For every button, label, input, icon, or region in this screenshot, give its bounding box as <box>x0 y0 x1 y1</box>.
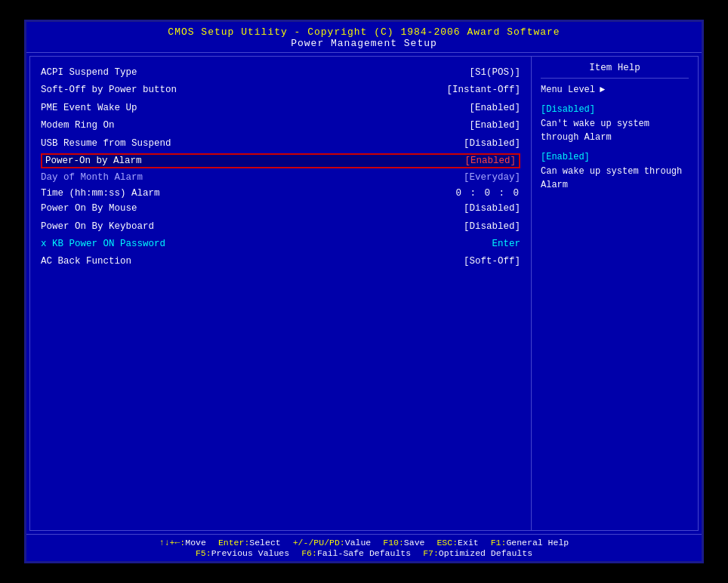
list-item[interactable]: Time (hh:mm:ss) Alarm 0 : 0 : 0 <box>41 187 520 200</box>
right-panel: Item Help Menu Level ► [Disabled] Can't … <box>532 57 698 530</box>
item-label: Power On By Keyboard <box>41 220 154 234</box>
help-block-enabled: [Enabled] Can wake up system through Ala… <box>541 152 689 192</box>
main-area: ACPI Suspend Type [S1(POS)] Soft-Off by … <box>29 56 699 531</box>
item-value: [S1(POS)] <box>469 66 520 80</box>
footer-failsafe: F6:Fail-Safe Defaults <box>301 548 411 558</box>
item-value: [Enabled] <box>469 119 520 133</box>
help-block-disabled: [Disabled] Can't wake up system through … <box>541 104 689 144</box>
footer-save: F10:Save <box>383 538 424 548</box>
bios-header: CMOS Setup Utility - Copyright (C) 1984-… <box>26 22 702 53</box>
item-help-title: Item Help <box>541 63 689 79</box>
list-item[interactable]: Day of Month Alarm [Everyday] <box>41 169 520 187</box>
item-label: x KB Power ON Password <box>41 237 165 251</box>
list-item[interactable]: PME Event Wake Up [Enabled] <box>41 100 520 117</box>
footer-move: ↑↓+←:Move <box>159 538 206 548</box>
item-label: Soft-Off by Power button <box>41 83 177 97</box>
item-label: Modem Ring On <box>41 119 115 133</box>
footer-row1: ↑↓+←:Move Enter:Select +/-/PU/PD:Value F… <box>34 538 694 548</box>
footer-help: F1:General Help <box>491 538 569 548</box>
item-label: ACPI Suspend Type <box>41 66 137 80</box>
footer-exit: ESC:Exit <box>436 538 478 548</box>
help-option-disabled: [Disabled] <box>541 104 689 115</box>
item-label: Time (hh:mm:ss) Alarm <box>41 188 160 199</box>
list-item[interactable]: USB Resume from Suspend [Disabled] <box>41 135 520 153</box>
menu-level-row: Menu Level ► <box>541 85 689 95</box>
left-panel: ACPI Suspend Type [S1(POS)] Soft-Off by … <box>30 57 532 530</box>
list-item[interactable]: Power On By Keyboard [Disabled] <box>41 218 520 236</box>
item-value: [Enabled] <box>469 101 520 116</box>
item-value: Enter <box>492 237 520 251</box>
item-value: [Instant-Off] <box>446 83 520 97</box>
item-value: [Disabled] <box>464 220 520 234</box>
item-value: [Disabled] <box>464 137 520 151</box>
footer-row2: F5:Previous Values F6:Fail-Safe Defaults… <box>34 548 694 558</box>
help-text-enabled: Can wake up system through Alarm <box>541 165 689 192</box>
footer-value: +/-/PU/PD:Value <box>293 538 372 548</box>
list-item[interactable]: Soft-Off by Power button [Instant-Off] <box>41 82 520 99</box>
bios-footer: ↑↓+←:Move Enter:Select +/-/PU/PD:Value F… <box>26 534 702 561</box>
item-label: Power On By Mouse <box>41 202 137 216</box>
item-value: [Soft-Off] <box>464 254 520 269</box>
item-label: PME Event Wake Up <box>41 101 137 116</box>
item-value: [Everyday] <box>464 171 520 185</box>
footer-select: Enter:Select <box>218 538 281 548</box>
footer-optimized: F7:Optimized Defaults <box>423 548 532 558</box>
header-subtitle: Power Management Setup <box>26 38 702 49</box>
list-item[interactable]: Power On By Mouse [Disabled] <box>41 200 520 217</box>
menu-level-label: Menu Level <box>541 85 595 95</box>
help-option-enabled: [Enabled] <box>541 152 689 162</box>
help-text-disabled: Can't wake up system through Alarm <box>541 117 689 144</box>
item-label: Day of Month Alarm <box>41 171 143 185</box>
footer-prev: F5:Previous Values <box>196 548 289 558</box>
highlighted-list-item[interactable]: Power-On by Alarm [Enabled] <box>41 153 520 168</box>
list-item[interactable]: Modem Ring On [Enabled] <box>41 117 520 134</box>
item-value: [Disabled] <box>464 202 520 216</box>
bios-screen: CMOS Setup Utility - Copyright (C) 1984-… <box>24 20 704 563</box>
highlighted-item-label: Power-On by Alarm <box>45 156 142 166</box>
item-value: 0 : 0 : 0 <box>455 188 520 199</box>
header-title: CMOS Setup Utility - Copyright (C) 1984-… <box>26 26 702 38</box>
menu-level-arrow-icon: ► <box>600 85 605 95</box>
list-item[interactable]: ACPI Suspend Type [S1(POS)] <box>41 64 520 82</box>
item-label: USB Resume from Suspend <box>41 137 171 151</box>
list-item[interactable]: AC Back Function [Soft-Off] <box>41 253 520 270</box>
list-item[interactable]: x KB Power ON Password Enter <box>41 236 520 253</box>
highlighted-item-value: [Enabled] <box>464 156 516 166</box>
item-label: AC Back Function <box>41 254 131 269</box>
